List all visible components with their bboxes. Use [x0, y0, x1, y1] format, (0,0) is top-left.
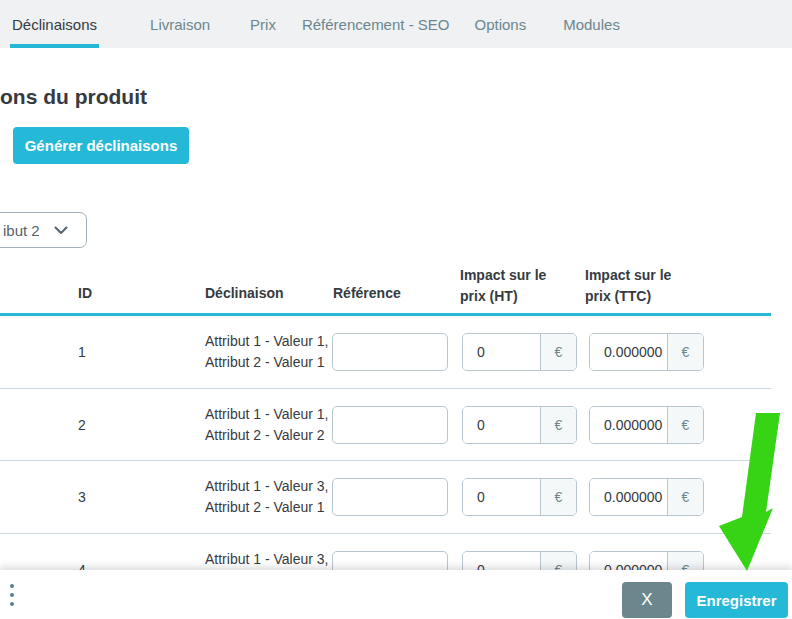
- column-header-reference: Référence: [333, 283, 401, 304]
- impact-ht-group: €: [462, 406, 577, 444]
- tab-prix[interactable]: Prix: [250, 0, 276, 48]
- currency-euro-icon: €: [540, 479, 576, 515]
- generate-combinations-button[interactable]: Générer déclinaisons: [13, 127, 189, 164]
- impact-ht-input[interactable]: [463, 407, 540, 443]
- combination-id: 2: [78, 417, 86, 433]
- currency-euro-icon: €: [667, 479, 703, 515]
- tab-declinaisons[interactable]: Déclinaisons: [12, 0, 97, 48]
- impact-ttc-group: €: [589, 406, 704, 444]
- cancel-button[interactable]: X: [622, 582, 672, 618]
- impact-ttc-input[interactable]: [590, 479, 667, 515]
- attribute-select-value: ibut 2: [3, 222, 40, 239]
- combination-id: 3: [78, 489, 86, 505]
- column-header-id: ID: [78, 283, 92, 304]
- currency-euro-icon: €: [667, 407, 703, 443]
- currency-euro-icon: €: [667, 334, 703, 370]
- chevron-down-icon: [54, 226, 68, 235]
- reference-input[interactable]: [332, 478, 448, 516]
- column-header-impact-ttc: Impact sur le prix (TTC): [585, 265, 681, 307]
- save-button[interactable]: Enregistrer: [685, 582, 788, 618]
- impact-ttc-input[interactable]: [590, 334, 667, 370]
- combination-id: 1: [78, 344, 86, 360]
- table-row: 2 Attribut 1 - Valeur 1, Attribut 2 - Va…: [0, 389, 771, 461]
- combinations-table-header: ID Déclinaison Référence Impact sur le p…: [0, 258, 771, 313]
- more-options-icon[interactable]: [4, 583, 20, 607]
- tab-options[interactable]: Options: [474, 0, 526, 48]
- reference-input[interactable]: [332, 406, 448, 444]
- reference-input[interactable]: [332, 333, 448, 371]
- table-row: 3 Attribut 1 - Valeur 3, Attribut 2 - Va…: [0, 461, 771, 534]
- combination-name: Attribut 1 - Valeur 1, Attribut 2 - Vale…: [205, 404, 332, 446]
- impact-ht-input[interactable]: [463, 334, 540, 370]
- product-tabs: Déclinaisons Livraison Prix Référencemen…: [0, 0, 792, 48]
- action-bar: X Enregistrer: [0, 570, 792, 619]
- combination-name: Attribut 1 - Valeur 1, Attribut 2 - Vale…: [205, 331, 332, 373]
- impact-ttc-group: €: [589, 478, 704, 516]
- tab-referencement-seo[interactable]: Référencement - SEO: [302, 0, 450, 48]
- impact-ttc-group: €: [589, 333, 704, 371]
- table-row: 1 Attribut 1 - Valeur 1, Attribut 2 - Va…: [0, 316, 771, 389]
- combination-name: Attribut 1 - Valeur 3, Attribut 2 - Vale…: [205, 476, 332, 518]
- column-header-combination: Déclinaison: [205, 283, 284, 304]
- column-header-impact-ht: Impact sur le prix (HT): [460, 265, 556, 307]
- currency-euro-icon: €: [540, 407, 576, 443]
- tab-modules[interactable]: Modules: [563, 0, 620, 48]
- attribute-select[interactable]: ibut 2: [0, 212, 87, 248]
- combinations-table: 1 Attribut 1 - Valeur 1, Attribut 2 - Va…: [0, 316, 771, 607]
- page-title: ons du produit: [0, 85, 147, 109]
- tab-livraison[interactable]: Livraison: [150, 0, 210, 48]
- impact-ttc-input[interactable]: [590, 407, 667, 443]
- impact-ht-group: €: [462, 478, 577, 516]
- impact-ht-input[interactable]: [463, 479, 540, 515]
- impact-ht-group: €: [462, 333, 577, 371]
- currency-euro-icon: €: [540, 334, 576, 370]
- product-combinations-page: Déclinaisons Livraison Prix Référencemen…: [0, 0, 792, 619]
